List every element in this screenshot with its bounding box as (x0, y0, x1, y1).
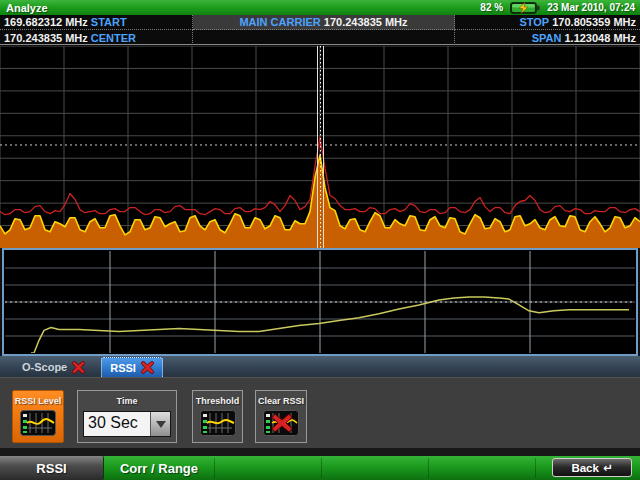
rssi-history-panel (2, 248, 638, 356)
spectrum-chart (0, 46, 640, 248)
page-title: Analyze (0, 2, 48, 14)
start-frequency: 169.682312 MHz START (0, 15, 193, 30)
softkey-separator (428, 458, 429, 478)
title-bar: Analyze 82 % 23 Mar 2010, 07:24 (0, 0, 640, 15)
threshold-icon (200, 410, 236, 436)
softkey-separator (321, 458, 322, 478)
dropdown-arrow-button[interactable] (150, 412, 170, 436)
chevron-down-icon (156, 421, 166, 428)
threshold-button[interactable]: Threshold (192, 390, 243, 443)
datetime-text: 23 Mar 2010, 07:24 (547, 2, 635, 13)
battery-icon (510, 2, 540, 14)
close-rssi-icon[interactable] (141, 361, 154, 374)
clear-rssi-icon (263, 410, 299, 436)
softkey-bar: RSSI Corr / Range Back ↵ (0, 456, 640, 480)
softkey-corr-range[interactable]: Corr / Range (104, 456, 214, 480)
tab-strip: O-Scope RSSI (0, 356, 640, 377)
back-button[interactable]: Back ↵ (552, 458, 632, 477)
time-dropdown-value: 30 Sec (84, 412, 150, 436)
stop-frequency: STOP 170.805359 MHz (455, 15, 640, 30)
softkey-rssi[interactable]: RSSI (0, 456, 104, 480)
span-frequency: SPAN 1.123048 MHz (455, 30, 640, 45)
rssi-level-icon (20, 410, 56, 436)
spectrum-plot (0, 46, 640, 248)
return-arrow-icon: ↵ (603, 461, 613, 475)
bottom-gap-strip (0, 448, 640, 456)
softkey-separator (535, 458, 536, 478)
softkey-separator (214, 458, 215, 478)
center-frequency: 170.243835 MHz CENTER (0, 30, 193, 45)
battery-percent: 82 % (480, 2, 503, 13)
frequency-header: 169.682312 MHz START MAIN CARRIER 170.24… (0, 15, 640, 45)
tab-rssi[interactable]: RSSI (101, 357, 163, 377)
rssi-history-chart (5, 251, 635, 353)
analyzer-screen: Analyze 82 % 23 Mar 2010, 07:24 169.6823… (0, 0, 640, 480)
controls-panel: RSSI Level Time 30 Sec Threshold (0, 377, 640, 448)
close-oscope-icon[interactable] (72, 361, 85, 374)
header-empty-cell (193, 30, 455, 45)
time-control: Time 30 Sec (77, 390, 177, 443)
tab-oscope[interactable]: O-Scope (14, 357, 93, 377)
clear-rssi-button[interactable]: Clear RSSI (255, 390, 307, 443)
time-dropdown[interactable]: 30 Sec (83, 411, 171, 437)
main-carrier-frequency: MAIN CARRIER 170.243835 MHz (193, 15, 455, 30)
rssi-level-button[interactable]: RSSI Level (12, 390, 64, 443)
